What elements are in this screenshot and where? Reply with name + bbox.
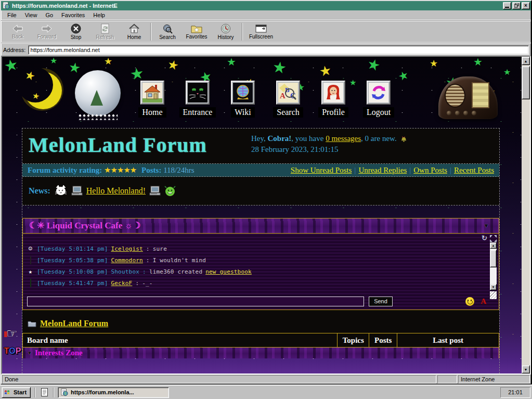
category-link[interactable]: MelonLand Forum [40, 319, 108, 328]
forward-button[interactable]: Forward [32, 21, 61, 42]
shoutbox-panel: ☾✳ Liquid Crystal Cafe ☼☽ ▼ ↻ ☺ [Tuesday… [22, 218, 499, 310]
send-button[interactable]: Send [369, 297, 393, 306]
scrollbar-thumb [522, 66, 530, 99]
refresh-icon [100, 23, 110, 34]
notepad-quicklaunch-icon[interactable] [39, 387, 49, 397]
menu-bar: File View Go Favorites Help [1, 10, 531, 20]
datetime: 28 February 2023, 21:01:15 [251, 145, 338, 153]
shoutbox-input-row: Send A [27, 295, 496, 307]
forum-title-box: MelonLand Forum Hey, Cobra!, you have 0 … [22, 128, 499, 164]
recent-posts-link[interactable]: Recent Posts [454, 166, 494, 174]
browser-viewport: ★ ★ ★ ★ ★ ★ ★ ★ ★ ★ ★ ★ ★ ★ ★ ★ ★ ★ ★ ★ [1, 56, 531, 375]
own-posts-link[interactable]: Own Posts [413, 166, 447, 174]
favorites-button[interactable]: Favorites [182, 21, 211, 42]
shout-user-link[interactable]: Commodorn [111, 257, 142, 264]
forum-main-column: MelonLand Forum Hey, Cobra!, you have 0 … [22, 128, 500, 374]
ie-page-icon [61, 389, 68, 396]
history-button[interactable]: History [211, 21, 240, 42]
unread-replies-link[interactable]: Unread Replies [358, 166, 407, 174]
nav-label: Entrance [179, 107, 216, 118]
username: Cobra! [268, 134, 292, 143]
nav-item-home[interactable]: Home [133, 81, 172, 118]
guestbook-link[interactable]: new guestbook [205, 268, 252, 275]
cat-emote-icon [54, 185, 68, 197]
toolbar-separator [150, 23, 151, 41]
windows-flag-icon [4, 389, 11, 395]
col-last-post: Last post [397, 333, 499, 347]
font-color-icon[interactable]: A [481, 297, 486, 306]
menu-file[interactable]: File [3, 11, 21, 19]
moon-image [18, 67, 53, 102]
section-collapse-icon[interactable]: ▼ [27, 350, 32, 356]
restore-button[interactable] [512, 2, 521, 9]
computer-icon [71, 186, 83, 196]
shout-input[interactable] [27, 297, 364, 306]
board-table: Board name Topics Posts Last post [22, 333, 499, 347]
search-button[interactable]: Search [153, 21, 182, 42]
nav-label: Logout [363, 107, 394, 118]
taskbar-separator [34, 388, 35, 397]
col-posts: Posts [369, 333, 397, 347]
status-pane-empty [437, 375, 457, 383]
messages-link[interactable]: 0 messages [326, 134, 361, 143]
activity-stats: Forum activity rating: ★★★★★ Posts: 118/… [28, 165, 194, 175]
nav-item-entrance[interactable]: Entrance [178, 81, 217, 118]
minimize-button[interactable] [503, 2, 511, 9]
col-topics: Topics [338, 333, 369, 347]
pointing-hand-icon: ☞ [6, 326, 18, 341]
shout-user-link[interactable]: Icelogist [111, 246, 142, 252]
logout-arrows-icon [369, 83, 388, 102]
shout-message: [Tuesday 5:41:47 pm] GeckoF: -_- [27, 277, 484, 289]
star-icon: ★ [50, 57, 57, 65]
page-header: ★ ★ ★ ★ ★ ★ ★ ★ ★ ★ ★ ★ ★ ★ ★ ★ ★ ★ ★ ★ [2, 57, 522, 124]
close-button[interactable]: × [522, 2, 530, 9]
menu-favorites[interactable]: Favorites [57, 11, 89, 19]
titlebar[interactable]: https://forum.melonland.net - InternetE … [1, 1, 531, 10]
shoutbox-scrollbar[interactable]: ▲ ▼ [490, 242, 497, 290]
section-interests-zone[interactable]: ▼ Interests Zone [22, 347, 499, 358]
star-bullet-icon: ★ [27, 268, 34, 275]
start-button[interactable]: Start [2, 387, 31, 398]
shout-user-link[interactable]: GeckoF [111, 280, 132, 287]
home-button[interactable]: Home [120, 21, 149, 42]
browser-window: https://forum.melonland.net - InternetE … [0, 0, 532, 385]
scroll-up-icon: ▲ [522, 57, 530, 65]
profile-person-icon [323, 83, 343, 102]
nav-item-search[interactable]: A B C Search [269, 81, 307, 118]
window-title: https://forum.melonland.net - InternetE [12, 3, 502, 9]
smiley-picker-icon[interactable] [465, 297, 474, 306]
address-input[interactable] [28, 45, 529, 55]
refresh-button[interactable]: Refresh [90, 21, 120, 42]
shout-message: ☺ [Tuesday 5:01:14 pm] Icelogist: sure [27, 243, 484, 254]
star-icon: ★ [166, 58, 180, 72]
back-arrow-icon [11, 24, 24, 33]
nav-item-profile[interactable]: Profile [314, 81, 353, 118]
shoutbox-title: ☾✳ Liquid Crystal Cafe ☼☽ [29, 220, 140, 231]
menu-help[interactable]: Help [89, 11, 109, 19]
nav-item-logout[interactable]: Logout [359, 81, 398, 118]
cat-face-icon [188, 83, 207, 102]
news-link[interactable]: Hello Melonland! [86, 186, 146, 196]
search-icon [162, 23, 173, 34]
fullscreen-button[interactable]: Fullscreen [244, 21, 278, 42]
star-icon: ★ [271, 59, 288, 76]
scroll-down-icon: ▼ [490, 284, 497, 290]
show-unread-posts-link[interactable]: Show Unread Posts [291, 166, 352, 174]
shoutbox-expand-icon[interactable] [490, 235, 497, 242]
collapse-icon[interactable]: ▼ [483, 222, 489, 229]
shoutbox-refresh-icon[interactable]: ↻ [482, 234, 487, 242]
globe-icon [233, 83, 253, 102]
menu-view[interactable]: View [21, 11, 42, 19]
menu-go[interactable]: Go [41, 11, 57, 19]
nav-item-wiki[interactable]: Wiki [224, 81, 262, 118]
back-button[interactable]: Back [3, 21, 32, 42]
stop-button[interactable]: Stop [61, 21, 90, 42]
toolbar: Back Forward Stop Refresh Home Search Fa… [1, 20, 531, 43]
snowglobe-image [75, 70, 121, 116]
star-icon: ★ [227, 57, 236, 67]
star-icon: ★ [318, 63, 332, 79]
scrollbar-thumb [490, 250, 497, 267]
page-scrollbar[interactable]: ▲ ▼ [522, 57, 530, 374]
taskbar-task-button[interactable]: https://forum.melonla... [58, 387, 169, 398]
back-to-top-widget[interactable]: ☞ TOP [4, 326, 21, 356]
